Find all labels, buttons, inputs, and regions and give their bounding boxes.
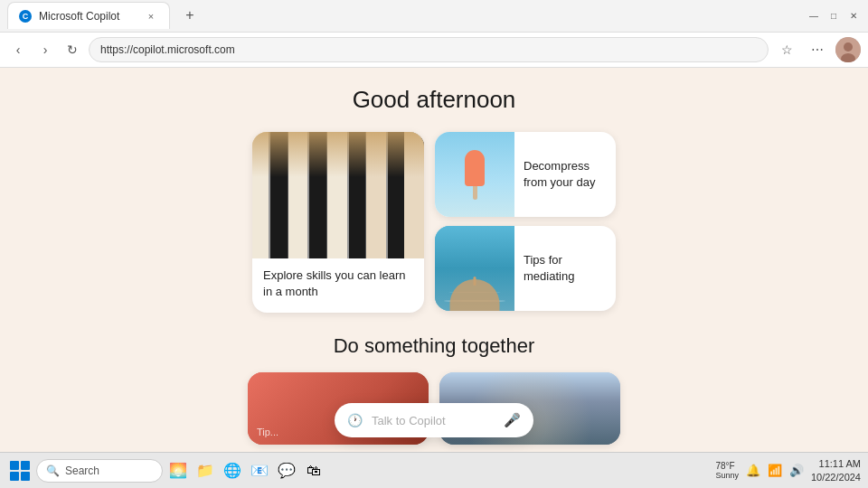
popsicle-shape	[462, 150, 487, 200]
new-tab-button[interactable]: +	[177, 3, 203, 28]
back-button[interactable]: ‹	[7, 39, 29, 61]
active-tab[interactable]: C Microsoft Copilot ×	[7, 2, 170, 29]
window-controls: — □ ✕	[807, 8, 861, 23]
section2-title: Do something together	[334, 334, 535, 358]
start-icon	[10, 461, 30, 481]
water-image	[435, 226, 514, 311]
explore-skills-text: Explore skills you can learn in a month	[252, 258, 424, 309]
forward-button[interactable]: ›	[34, 39, 56, 61]
floating-search-wrap: 🕐 Talk to Copilot 🎤	[335, 403, 533, 437]
mediating-text: Tips for mediating	[514, 226, 616, 311]
browser-chrome: C Microsoft Copilot × + — □ ✕ ‹ › ↻ ☆ ⋯	[0, 0, 868, 68]
talk-to-copilot-input[interactable]: 🕐 Talk to Copilot 🎤	[335, 403, 533, 437]
taskbar-search[interactable]: 🔍 Search	[36, 459, 163, 483]
bottom-card-1-label: Tip...	[257, 427, 278, 437]
decompress-card[interactable]: Decompress from your day	[435, 132, 616, 217]
volume-icon[interactable]: 🔊	[789, 464, 804, 477]
taskbar-search-icon: 🔍	[46, 465, 60, 477]
wifi-icon[interactable]: 📶	[768, 464, 782, 477]
profile-avatar[interactable]	[835, 37, 861, 62]
temperature: 78°F	[715, 461, 739, 471]
title-bar: C Microsoft Copilot × + — □ ✕	[0, 0, 868, 32]
close-button[interactable]: ✕	[846, 8, 861, 23]
weather-condition: Sunny	[715, 471, 739, 480]
notification-icon[interactable]: 🔔	[746, 464, 760, 477]
bottom-cards: Tip... 🕐 Talk to Copilot 🎤	[248, 372, 620, 445]
taskbar-mail-icon[interactable]: 📧	[248, 459, 271, 483]
explore-skills-card[interactable]: Explore skills you can learn in a month	[252, 132, 424, 313]
maximize-button[interactable]: □	[826, 8, 841, 23]
extensions-button[interactable]: ⋯	[805, 37, 830, 62]
weather-widget[interactable]: 78°F Sunny	[715, 461, 739, 480]
time-display: 11:11 AM	[811, 457, 861, 470]
greeting-heading: Good afternoon	[353, 86, 516, 114]
taskbar: 🔍 Search 🌅 📁 🌐 📧 💬 🛍 78°F Sunny 🔔 📶 🔊 11…	[0, 452, 868, 488]
tab-title: Microsoft Copilot	[39, 10, 137, 23]
taskbar-files-icon[interactable]: 📁	[193, 459, 217, 483]
tab-favicon: C	[19, 10, 32, 23]
tab-close-button[interactable]: ×	[144, 9, 158, 23]
address-input[interactable]	[89, 37, 769, 62]
clock-icon: 🕐	[347, 413, 363, 427]
search-placeholder-text: Talk to Copilot	[372, 414, 495, 427]
date-display: 10/22/2024	[811, 471, 861, 483]
small-cards-column: Decompress from your day	[435, 132, 616, 313]
taskbar-clock[interactable]: 11:11 AM 10/22/2024	[811, 457, 861, 483]
taskbar-search-label: Search	[65, 465, 99, 477]
page-content: Good afternoon	[0, 68, 868, 452]
cards-grid: Explore skills you can learn in a month …	[252, 132, 616, 313]
address-bar-row: ‹ › ↻ ☆ ⋯	[0, 32, 868, 67]
mic-icon[interactable]: 🎤	[504, 412, 521, 428]
svg-point-1	[844, 42, 853, 52]
taskbar-photos-icon[interactable]: 🌅	[166, 459, 190, 483]
taskbar-store-icon[interactable]: 🛍	[302, 459, 326, 483]
start-button[interactable]	[7, 458, 33, 483]
taskbar-right: 78°F Sunny 🔔 📶 🔊 11:11 AM 10/22/2024	[715, 457, 861, 483]
popsicle-image	[435, 132, 514, 217]
refresh-button[interactable]: ↻	[61, 39, 83, 61]
taskbar-edge-icon[interactable]: 🌐	[221, 459, 244, 483]
favorites-icon[interactable]: ☆	[774, 37, 799, 62]
piano-image	[252, 132, 424, 258]
decompress-text: Decompress from your day	[514, 132, 616, 217]
taskbar-teams-icon[interactable]: 💬	[275, 459, 298, 483]
mediating-card[interactable]: Tips for mediating	[435, 226, 616, 311]
minimize-button[interactable]: —	[807, 8, 821, 23]
